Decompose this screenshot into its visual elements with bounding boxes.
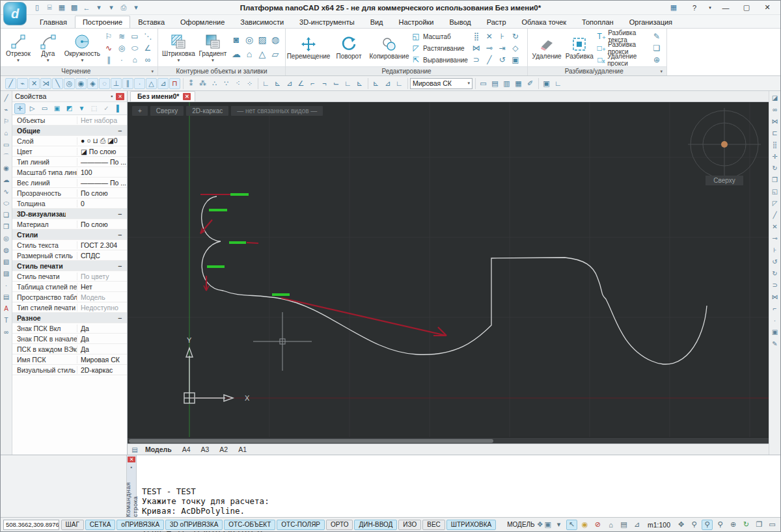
ucs-named-icon[interactable]: ∟ [394, 78, 405, 89]
ribbon-small-icon[interactable]: ⊸ [484, 42, 495, 54]
ribbon-small-icon[interactable]: ∿ [103, 42, 115, 54]
ucs-toolbar-icon[interactable]: ∟ [342, 78, 353, 89]
right-toolbar-icon[interactable]: ▣ [770, 327, 780, 337]
circle-button[interactable]: Окружность▼ [64, 33, 100, 63]
viewport-control-button[interactable]: Сверху [150, 106, 184, 116]
toolbar-icon[interactable]: ⁖ [232, 78, 243, 89]
viewport-control-button[interactable]: 2D-каркас [186, 106, 228, 116]
status-icon[interactable]: ▤ [618, 520, 629, 530]
toolbar-icon[interactable]: ⊥ [111, 78, 122, 89]
ribbon-small-icon[interactable]: ∠ [142, 42, 154, 54]
ucs-named-icon[interactable]: ⊿ [382, 78, 393, 89]
layout-tab[interactable]: A2 [215, 445, 232, 454]
left-toolbar-icon[interactable]: ◉ [1, 163, 11, 173]
toolbar-icon[interactable]: ∵ [221, 78, 232, 89]
right-toolbar-icon[interactable]: ❐ [770, 175, 780, 185]
app-logo[interactable]: d [3, 2, 27, 25]
layout-tab[interactable]: A3 [197, 445, 214, 454]
maximize-button[interactable]: ▢ [737, 3, 756, 13]
ucs-toolbar-icon[interactable]: ∠ [295, 78, 307, 89]
move-button[interactable]: Перемещение [290, 36, 327, 60]
ribbon-medium-button[interactable]: □₊Разбивка прокси [597, 43, 649, 54]
right-toolbar-icon[interactable]: ∞ [770, 105, 780, 114]
ribbon-medium-button[interactable]: ◸Растягивание [411, 43, 468, 54]
toolbar-icon[interactable]: ╲ [52, 78, 63, 89]
ucs-toolbar-icon[interactable]: ∟ [260, 78, 271, 89]
ribbon-small-icon[interactable]: ⊕ [651, 54, 663, 66]
property-row[interactable]: Масштаб типа линий 100 [12, 167, 127, 178]
left-toolbar-icon[interactable]: ⌂ [1, 128, 11, 138]
quick-access-icon[interactable]: ← [81, 3, 92, 13]
properties-tool-icon[interactable]: ▷ [27, 103, 38, 114]
property-row[interactable]: Тип линий ———— По ... [12, 157, 127, 167]
viewport-control-button[interactable]: + [132, 106, 148, 116]
left-toolbar-icon[interactable]: ◍ [1, 245, 11, 255]
ribbon-small-icon[interactable]: ⋱ [142, 31, 154, 42]
toolbar-icon[interactable]: ✕ [29, 78, 40, 89]
properties-tool-icon[interactable]: ▼ [76, 103, 87, 114]
rotate-button[interactable]: Поворот [330, 36, 368, 60]
left-toolbar-icon[interactable]: ❏ [1, 210, 11, 220]
left-toolbar-icon[interactable]: ☁ [1, 175, 11, 185]
left-toolbar-icon[interactable]: ◎ [1, 233, 11, 243]
status-toggle[interactable]: 3D оПРИВЯЗКА [165, 520, 223, 530]
right-toolbar-icon[interactable]: ⋈ [770, 292, 780, 302]
axis-toolbar-icon[interactable]: ∟ [553, 78, 564, 89]
layout-tab[interactable]: A4 [178, 445, 195, 454]
zoom-tool-icon[interactable]: ⊕ [728, 520, 739, 530]
view-toolbar-icon[interactable]: ▦ [513, 78, 524, 89]
status-toggle[interactable]: ОРТО [326, 520, 353, 530]
ribbon-small-icon[interactable]: ✎ [651, 31, 663, 42]
ribbon-tab[interactable]: Вывод [441, 16, 478, 28]
property-row[interactable]: Вес линий ———— По ... [12, 178, 127, 188]
right-toolbar-icon[interactable]: ◸ [770, 198, 780, 208]
ribbon-small-icon[interactable]: ⇥ [497, 42, 508, 54]
left-toolbar-icon[interactable]: ∙ [1, 280, 11, 290]
zoom-tool-icon[interactable]: ↻ [741, 520, 752, 530]
property-row[interactable]: Таблица стилей печа... Нет [12, 282, 127, 292]
collapse-icon[interactable]: − [118, 127, 127, 135]
ribbon-small-icon[interactable]: ⋈ [471, 42, 482, 54]
property-row[interactable]: Пространство табли... Модель [12, 292, 127, 302]
ribbon-tab[interactable]: Настройки [391, 16, 442, 28]
ribbon-small-icon[interactable]: ⬭ [129, 42, 141, 54]
property-row[interactable]: Цвет ◪ По слою [12, 146, 127, 157]
quick-access-icon[interactable]: ▩ [69, 3, 79, 13]
chevron-down-icon[interactable]: ▼ [80, 58, 84, 62]
help-caret-icon[interactable]: ▾ [706, 3, 714, 13]
ucs-toolbar-icon[interactable]: ⊾ [354, 78, 365, 89]
ribbon-small-icon[interactable]: ☁ [230, 48, 242, 60]
property-row[interactable]: Стиль печати По цвету [12, 271, 127, 282]
horizontal-scrollbar[interactable] [128, 437, 769, 444]
coordinates-readout[interactable]: 508.3662,309.8976,0.0000 [3, 520, 59, 530]
right-toolbar-icon[interactable]: ◪ [770, 93, 780, 103]
ribbon-tab[interactable]: Вставка [130, 16, 172, 28]
ribbon-tab[interactable]: Главная [32, 16, 75, 28]
properties-tool-icon[interactable]: ▌ [113, 103, 124, 114]
right-toolbar-icon[interactable]: ╱ [770, 210, 780, 220]
property-row[interactable]: Материал По слою [12, 219, 127, 230]
property-row[interactable]: Визуальный стиль 2D-каркас [12, 365, 127, 375]
status-toggle[interactable]: ШАГ [61, 520, 84, 530]
zoom-tool-icon[interactable]: ⚲ [689, 520, 700, 530]
toolbar-icon[interactable]: ⁘ [244, 78, 255, 89]
right-toolbar-icon[interactable]: ⣿ [770, 140, 780, 150]
toolbar-icon[interactable]: △ [146, 78, 157, 89]
close-icon[interactable]: ✕ [128, 457, 135, 462]
group-label-fills[interactable]: Контурные объекты и заливки [158, 66, 285, 75]
property-row[interactable]: Толщина 0 [12, 198, 127, 209]
drawing-canvas[interactable]: Y X [128, 102, 769, 437]
property-row[interactable]: Тип стилей печати Недоступно [12, 302, 127, 313]
ribbon-small-icon[interactable]: ▣ [510, 54, 521, 66]
ribbon-small-icon[interactable]: ▱ [269, 48, 281, 60]
collapse-icon[interactable]: − [118, 262, 127, 270]
minimize-button[interactable]: — [717, 3, 735, 13]
right-toolbar-icon[interactable]: ⊃ [770, 280, 780, 290]
axis-toolbar-icon[interactable]: ▣ [541, 78, 552, 89]
copy-button[interactable]: Копирование [370, 36, 408, 60]
ribbon-tab[interactable]: Облака точек [514, 16, 575, 28]
status-icon[interactable]: ↖ [566, 520, 577, 530]
properties-tool-icon[interactable]: ▭ [39, 103, 50, 114]
ribbon-small-icon[interactable]: ◙ [230, 34, 242, 46]
ucs-select[interactable]: Мировая СК▾ [410, 78, 473, 89]
